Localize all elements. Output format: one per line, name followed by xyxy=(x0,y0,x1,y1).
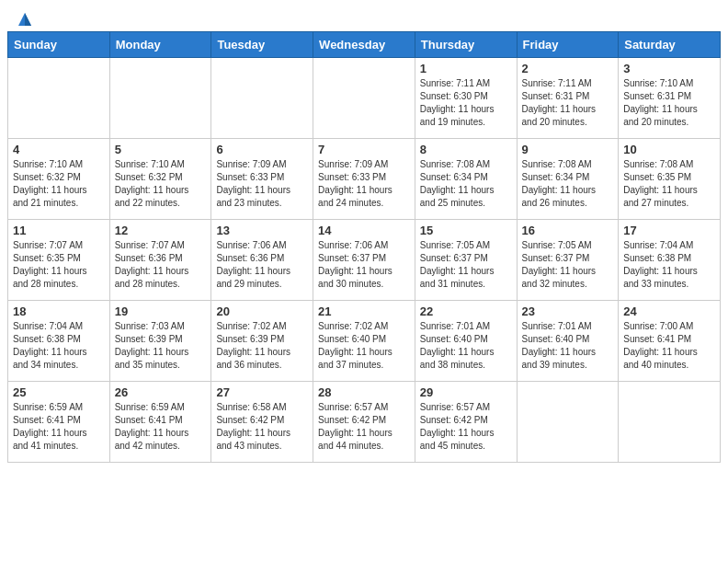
calendar-cell: 26Sunrise: 6:59 AM Sunset: 6:41 PM Dayli… xyxy=(109,382,211,463)
day-header-wednesday: Wednesday xyxy=(313,32,415,58)
day-info: Sunrise: 7:08 AM Sunset: 6:34 PM Dayligh… xyxy=(522,158,614,210)
calendar-cell: 24Sunrise: 7:00 AM Sunset: 6:41 PM Dayli… xyxy=(619,301,721,382)
calendar-cell: 14Sunrise: 7:06 AM Sunset: 6:37 PM Dayli… xyxy=(313,220,415,301)
day-number: 1 xyxy=(420,62,512,75)
calendar-cell: 25Sunrise: 6:59 AM Sunset: 6:41 PM Dayli… xyxy=(8,382,110,463)
day-number: 5 xyxy=(115,143,207,156)
day-number: 10 xyxy=(623,143,715,156)
day-info: Sunrise: 7:09 AM Sunset: 6:33 PM Dayligh… xyxy=(318,158,410,210)
calendar-cell: 16Sunrise: 7:05 AM Sunset: 6:37 PM Dayli… xyxy=(517,220,619,301)
day-info: Sunrise: 7:01 AM Sunset: 6:40 PM Dayligh… xyxy=(420,320,512,372)
day-info: Sunrise: 7:07 AM Sunset: 6:35 PM Dayligh… xyxy=(13,239,105,291)
calendar-cell: 11Sunrise: 7:07 AM Sunset: 6:35 PM Dayli… xyxy=(8,220,110,301)
day-header-saturday: Saturday xyxy=(619,32,721,58)
calendar-cell: 1Sunrise: 7:11 AM Sunset: 6:30 PM Daylig… xyxy=(415,58,517,139)
calendar-cell: 4Sunrise: 7:10 AM Sunset: 6:32 PM Daylig… xyxy=(8,139,110,220)
calendar-cell xyxy=(211,58,313,139)
day-header-friday: Friday xyxy=(517,32,619,58)
day-number: 11 xyxy=(13,224,105,237)
svg-marker-1 xyxy=(25,13,31,26)
day-info: Sunrise: 7:02 AM Sunset: 6:39 PM Dayligh… xyxy=(216,320,308,372)
day-info: Sunrise: 7:10 AM Sunset: 6:31 PM Dayligh… xyxy=(623,77,715,129)
day-info: Sunrise: 6:59 AM Sunset: 6:41 PM Dayligh… xyxy=(13,401,105,453)
day-number: 17 xyxy=(623,224,715,237)
day-number: 23 xyxy=(522,304,614,318)
day-number: 22 xyxy=(420,304,512,318)
day-info: Sunrise: 7:01 AM Sunset: 6:40 PM Dayligh… xyxy=(522,320,614,372)
calendar-cell: 18Sunrise: 7:04 AM Sunset: 6:38 PM Dayli… xyxy=(8,301,110,382)
day-number: 9 xyxy=(522,143,614,156)
calendar-week-row: 11Sunrise: 7:07 AM Sunset: 6:35 PM Dayli… xyxy=(8,220,721,301)
day-number: 21 xyxy=(318,304,410,318)
day-number: 24 xyxy=(623,304,715,318)
day-number: 28 xyxy=(318,385,410,399)
day-info: Sunrise: 6:57 AM Sunset: 6:42 PM Dayligh… xyxy=(318,401,410,453)
day-number: 27 xyxy=(216,385,308,399)
day-header-sunday: Sunday xyxy=(8,32,110,58)
day-number: 6 xyxy=(216,143,308,156)
calendar-header-row: SundayMondayTuesdayWednesdayThursdayFrid… xyxy=(8,32,721,58)
calendar-cell: 23Sunrise: 7:01 AM Sunset: 6:40 PM Dayli… xyxy=(517,301,619,382)
day-info: Sunrise: 7:04 AM Sunset: 6:38 PM Dayligh… xyxy=(13,320,105,372)
page-header xyxy=(0,0,728,31)
calendar-cell xyxy=(517,382,619,463)
day-number: 13 xyxy=(216,224,308,237)
calendar-cell: 17Sunrise: 7:04 AM Sunset: 6:38 PM Dayli… xyxy=(619,220,721,301)
day-number: 19 xyxy=(115,304,207,318)
calendar-cell: 2Sunrise: 7:11 AM Sunset: 6:31 PM Daylig… xyxy=(517,58,619,139)
day-number: 29 xyxy=(420,385,512,399)
day-info: Sunrise: 7:04 AM Sunset: 6:38 PM Dayligh… xyxy=(623,239,715,291)
day-info: Sunrise: 7:07 AM Sunset: 6:36 PM Dayligh… xyxy=(115,239,207,291)
day-info: Sunrise: 6:57 AM Sunset: 6:42 PM Dayligh… xyxy=(420,401,512,453)
calendar-cell: 21Sunrise: 7:02 AM Sunset: 6:40 PM Dayli… xyxy=(313,301,415,382)
calendar-cell xyxy=(8,58,110,139)
calendar-cell: 20Sunrise: 7:02 AM Sunset: 6:39 PM Dayli… xyxy=(211,301,313,382)
day-number: 4 xyxy=(13,143,105,156)
day-header-monday: Monday xyxy=(109,32,211,58)
calendar-cell: 8Sunrise: 7:08 AM Sunset: 6:34 PM Daylig… xyxy=(415,139,517,220)
day-info: Sunrise: 7:11 AM Sunset: 6:30 PM Dayligh… xyxy=(420,77,512,129)
day-number: 15 xyxy=(420,224,512,237)
day-info: Sunrise: 7:03 AM Sunset: 6:39 PM Dayligh… xyxy=(115,320,207,372)
calendar-cell: 5Sunrise: 7:10 AM Sunset: 6:32 PM Daylig… xyxy=(109,139,211,220)
day-info: Sunrise: 7:05 AM Sunset: 6:37 PM Dayligh… xyxy=(420,239,512,291)
day-number: 16 xyxy=(522,224,614,237)
day-info: Sunrise: 7:10 AM Sunset: 6:32 PM Dayligh… xyxy=(115,158,207,210)
calendar-container: SundayMondayTuesdayWednesdayThursdayFrid… xyxy=(0,31,728,470)
calendar-table: SundayMondayTuesdayWednesdayThursdayFrid… xyxy=(7,31,721,463)
day-number: 2 xyxy=(522,62,614,75)
calendar-cell: 22Sunrise: 7:01 AM Sunset: 6:40 PM Dayli… xyxy=(415,301,517,382)
day-info: Sunrise: 7:11 AM Sunset: 6:31 PM Dayligh… xyxy=(522,77,614,129)
day-header-thursday: Thursday xyxy=(415,32,517,58)
calendar-cell: 3Sunrise: 7:10 AM Sunset: 6:31 PM Daylig… xyxy=(619,58,721,139)
day-info: Sunrise: 6:59 AM Sunset: 6:41 PM Dayligh… xyxy=(115,401,207,453)
calendar-cell xyxy=(313,58,415,139)
day-info: Sunrise: 7:05 AM Sunset: 6:37 PM Dayligh… xyxy=(522,239,614,291)
day-number: 20 xyxy=(216,304,308,318)
day-number: 14 xyxy=(318,224,410,237)
calendar-cell: 27Sunrise: 6:58 AM Sunset: 6:42 PM Dayli… xyxy=(211,382,313,463)
calendar-cell: 6Sunrise: 7:09 AM Sunset: 6:33 PM Daylig… xyxy=(211,139,313,220)
day-info: Sunrise: 7:08 AM Sunset: 6:34 PM Dayligh… xyxy=(420,158,512,210)
day-info: Sunrise: 7:06 AM Sunset: 6:37 PM Dayligh… xyxy=(318,239,410,291)
day-number: 12 xyxy=(115,224,207,237)
calendar-cell: 15Sunrise: 7:05 AM Sunset: 6:37 PM Dayli… xyxy=(415,220,517,301)
day-info: Sunrise: 7:09 AM Sunset: 6:33 PM Dayligh… xyxy=(216,158,308,210)
calendar-week-row: 18Sunrise: 7:04 AM Sunset: 6:38 PM Dayli… xyxy=(8,301,721,382)
calendar-cell xyxy=(619,382,721,463)
calendar-week-row: 25Sunrise: 6:59 AM Sunset: 6:41 PM Dayli… xyxy=(8,382,721,463)
day-number: 18 xyxy=(13,304,105,318)
day-info: Sunrise: 7:02 AM Sunset: 6:40 PM Dayligh… xyxy=(318,320,410,372)
logo xyxy=(15,11,33,24)
calendar-cell: 13Sunrise: 7:06 AM Sunset: 6:36 PM Dayli… xyxy=(211,220,313,301)
calendar-cell: 7Sunrise: 7:09 AM Sunset: 6:33 PM Daylig… xyxy=(313,139,415,220)
calendar-cell: 28Sunrise: 6:57 AM Sunset: 6:42 PM Dayli… xyxy=(313,382,415,463)
day-header-tuesday: Tuesday xyxy=(211,32,313,58)
day-info: Sunrise: 7:10 AM Sunset: 6:32 PM Dayligh… xyxy=(13,158,105,210)
logo-icon xyxy=(17,11,33,28)
day-info: Sunrise: 7:06 AM Sunset: 6:36 PM Dayligh… xyxy=(216,239,308,291)
calendar-cell: 9Sunrise: 7:08 AM Sunset: 6:34 PM Daylig… xyxy=(517,139,619,220)
day-number: 26 xyxy=(115,385,207,399)
day-number: 25 xyxy=(13,385,105,399)
calendar-week-row: 1Sunrise: 7:11 AM Sunset: 6:30 PM Daylig… xyxy=(8,58,721,139)
